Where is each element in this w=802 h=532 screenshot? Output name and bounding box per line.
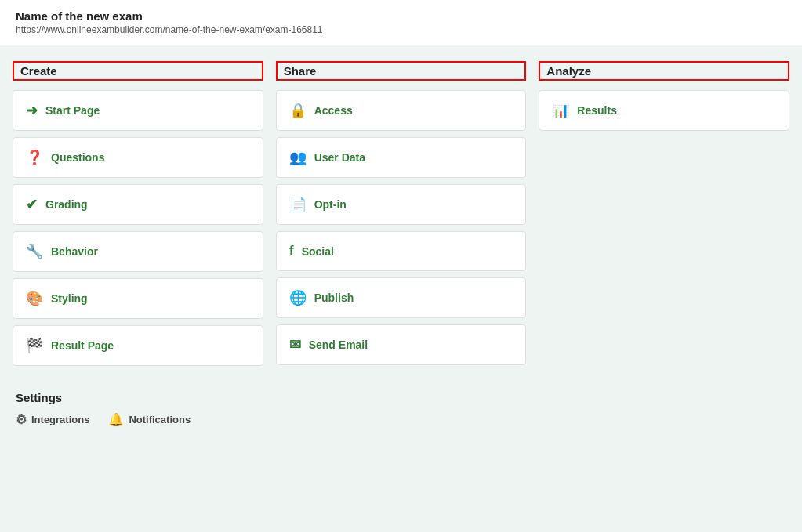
settings-item-notifications[interactable]: 🔔Notifications	[108, 412, 191, 427]
notifications-icon: 🔔	[108, 412, 124, 427]
notifications-label: Notifications	[129, 414, 191, 425]
exam-title: Name of the new exam	[16, 9, 786, 23]
opt-in-icon: 📄	[289, 196, 307, 213]
send-email-icon: ✉	[289, 336, 301, 353]
grading-label: Grading	[45, 198, 88, 211]
integrations-label: Integrations	[31, 414, 89, 425]
menu-item-result-page[interactable]: 🏁Result Page	[13, 325, 263, 366]
result-page-icon: 🏁	[26, 337, 43, 354]
grading-icon: ✔	[26, 196, 38, 213]
send-email-label: Send Email	[309, 338, 368, 351]
column-analyze: Analyze📊Results	[539, 61, 789, 137]
menu-item-publish[interactable]: 🌐Publish	[276, 277, 527, 318]
access-label: Access	[314, 104, 353, 117]
styling-icon: 🎨	[26, 290, 43, 307]
styling-label: Styling	[51, 292, 88, 305]
publish-label: Publish	[314, 291, 354, 304]
access-icon: 🔒	[289, 102, 307, 119]
main-content: Create➜Start Page❓Questions✔Grading🔧Beha…	[0, 45, 802, 440]
result-page-label: Result Page	[51, 339, 114, 352]
results-icon: 📊	[552, 102, 569, 119]
social-icon: f	[289, 243, 294, 259]
opt-in-label: Opt-in	[314, 198, 347, 211]
start-page-icon: ➜	[26, 102, 38, 119]
settings-items: ⚙Integrations🔔Notifications	[16, 412, 786, 427]
exam-url: https://www.onlineexambuilder.com/name-o…	[16, 24, 786, 35]
settings-title: Settings	[16, 391, 786, 404]
start-page-label: Start Page	[45, 104, 100, 117]
settings-section: Settings ⚙Integrations🔔Notifications	[13, 391, 789, 427]
menu-item-opt-in[interactable]: 📄Opt-in	[276, 184, 527, 225]
user-data-icon: 👥	[289, 149, 307, 166]
menu-item-grading[interactable]: ✔Grading	[13, 184, 263, 225]
column-create: Create➜Start Page❓Questions✔Grading🔧Beha…	[13, 61, 263, 372]
menu-item-questions[interactable]: ❓Questions	[13, 137, 263, 178]
integrations-icon: ⚙	[16, 412, 27, 427]
user-data-label: User Data	[314, 151, 365, 164]
questions-icon: ❓	[26, 149, 43, 166]
menu-item-user-data[interactable]: 👥User Data	[276, 137, 527, 178]
menu-item-access[interactable]: 🔒Access	[276, 90, 527, 131]
menu-item-start-page[interactable]: ➜Start Page	[13, 90, 263, 131]
menu-item-behavior[interactable]: 🔧Behavior	[13, 231, 263, 272]
social-label: Social	[302, 245, 334, 258]
behavior-icon: 🔧	[26, 243, 43, 260]
menu-item-social[interactable]: fSocial	[276, 231, 527, 271]
header: Name of the new exam https://www.onlinee…	[0, 0, 802, 45]
column-header-share: Share	[276, 61, 527, 81]
settings-item-integrations[interactable]: ⚙Integrations	[16, 412, 89, 427]
menu-item-styling[interactable]: 🎨Styling	[13, 278, 263, 319]
column-header-create: Create	[13, 61, 263, 81]
menu-item-send-email[interactable]: ✉Send Email	[276, 324, 527, 365]
columns-container: Create➜Start Page❓Questions✔Grading🔧Beha…	[13, 61, 789, 372]
results-label: Results	[577, 104, 617, 117]
menu-item-results[interactable]: 📊Results	[539, 90, 789, 131]
column-share: Share🔒Access👥User Data📄Opt-infSocial🌐Pub…	[276, 61, 527, 371]
column-header-analyze: Analyze	[539, 61, 789, 81]
questions-label: Questions	[51, 151, 104, 164]
behavior-label: Behavior	[51, 245, 98, 258]
publish-icon: 🌐	[289, 289, 307, 306]
